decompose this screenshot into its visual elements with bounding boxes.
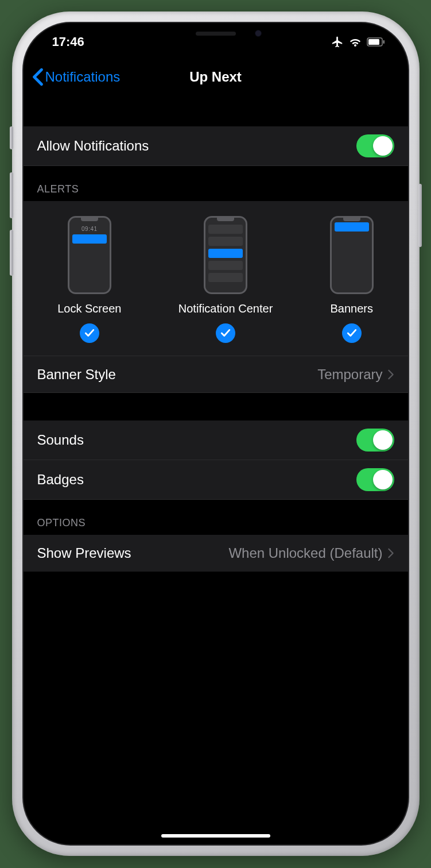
show-previews-row[interactable]: Show Previews When Unlocked (Default): [24, 535, 408, 572]
chevron-left-icon: [32, 68, 44, 86]
allow-notifications-label: Allow Notifications: [37, 138, 149, 154]
alert-option-lock-screen[interactable]: 09:41 Lock Screen: [57, 216, 121, 343]
options-header: OPTIONS: [24, 500, 408, 535]
alert-option-label: Lock Screen: [57, 302, 121, 315]
banner-style-row[interactable]: Banner Style Temporary: [24, 356, 408, 393]
checkmark-icon[interactable]: [216, 323, 235, 343]
show-previews-label: Show Previews: [37, 545, 131, 561]
power-button: [418, 184, 422, 247]
status-icons: [331, 36, 385, 48]
alert-option-banners[interactable]: Banners: [330, 216, 374, 343]
volume-up: [10, 172, 13, 218]
wifi-icon: [348, 36, 362, 48]
home-indicator[interactable]: [161, 834, 270, 838]
alerts-header: ALERTS: [24, 166, 408, 201]
screen: 17:46 Notifications Up Next Allow Notifi…: [22, 22, 409, 846]
back-button[interactable]: Notifications: [32, 68, 121, 86]
volume-down: [10, 230, 13, 276]
back-label: Notifications: [45, 69, 121, 85]
show-previews-value: When Unlocked (Default): [228, 545, 382, 561]
device-frame: 17:46 Notifications Up Next Allow Notifi…: [12, 11, 420, 856]
notch: [130, 23, 302, 44]
alert-option-label: Notification Center: [178, 302, 273, 315]
lock-preview-time: 09:41: [69, 226, 110, 232]
alerts-options: 09:41 Lock Screen Notification Center: [24, 201, 408, 356]
lock-screen-preview-icon: 09:41: [68, 216, 111, 294]
banners-preview-icon: [330, 216, 374, 294]
badges-label: Badges: [37, 472, 84, 488]
checkmark-icon[interactable]: [80, 323, 99, 343]
notification-center-preview-icon: [204, 216, 247, 294]
page-title: Up Next: [189, 69, 242, 85]
front-camera: [255, 30, 262, 37]
battery-icon: [367, 37, 385, 47]
chevron-right-icon: [387, 369, 394, 380]
banner-style-value: Temporary: [317, 367, 382, 383]
status-time: 17:46: [52, 34, 84, 49]
allow-notifications-toggle[interactable]: [356, 134, 394, 157]
sounds-row[interactable]: Sounds: [24, 421, 408, 460]
badges-toggle[interactable]: [356, 468, 394, 491]
banner-style-label: Banner Style: [37, 367, 116, 383]
allow-notifications-row[interactable]: Allow Notifications: [24, 126, 408, 166]
checkmark-icon[interactable]: [342, 323, 362, 343]
alert-option-label: Banners: [331, 302, 374, 315]
sounds-label: Sounds: [37, 432, 84, 448]
chevron-right-icon: [387, 548, 394, 558]
speaker-grill: [196, 32, 236, 36]
content: Allow Notifications ALERTS 09:41 Lock Sc…: [24, 99, 408, 572]
badges-row[interactable]: Badges: [24, 460, 408, 500]
alert-option-notification-center[interactable]: Notification Center: [178, 216, 273, 343]
mute-switch: [10, 126, 13, 149]
navigation-bar: Notifications Up Next: [24, 55, 408, 99]
airplane-icon: [331, 36, 344, 48]
sounds-toggle[interactable]: [356, 429, 394, 452]
svg-rect-2: [383, 40, 385, 44]
svg-rect-1: [368, 39, 379, 45]
